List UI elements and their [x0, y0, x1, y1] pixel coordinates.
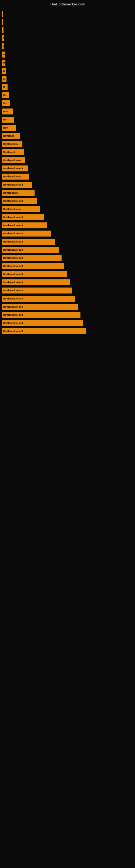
bar-item: Bottleneck result	[2, 312, 81, 318]
bar-item: Bottleneck	[2, 149, 24, 155]
bar-row: Bottleneck re	[2, 140, 135, 148]
bar-row	[2, 18, 135, 26]
bar-row: Bottleneck resu	[2, 205, 135, 213]
bar-item	[2, 19, 3, 25]
bar-row: Bottleneck result	[2, 328, 135, 335]
bar-row: Bottleneck result	[2, 254, 135, 262]
bar-row: Bottleneck result	[2, 303, 135, 311]
site-title: TheBottlenecker.com	[0, 0, 135, 7]
bar-item: Bottleneck result	[2, 198, 37, 204]
bar-item: Bottleneck result	[2, 271, 67, 277]
bar-row: Bottleneck result	[2, 165, 135, 172]
bar-item: Bottleneck re	[2, 141, 22, 147]
bar-row: Bottleneck	[2, 148, 135, 156]
bar-row: E	[2, 34, 135, 42]
bar-row: Bottleneck result	[2, 214, 135, 221]
bar-row: E	[2, 75, 135, 83]
bar-row: Bo	[2, 91, 135, 99]
bar-item: Bottleneck resu	[2, 206, 40, 212]
bar-item: Bottlenec	[2, 133, 20, 139]
bar-row: Bottleneck result	[2, 181, 135, 188]
bar-row: Bottleneck result	[2, 230, 135, 237]
bar-row: E	[2, 67, 135, 74]
bar-row	[2, 10, 135, 18]
bar-row: Bottleneck result	[2, 319, 135, 327]
bar-row: Bottlenec	[2, 132, 135, 140]
bar-item: Bottleneck resu	[2, 157, 25, 163]
bar-item: Bottleneck result	[2, 182, 32, 188]
bar-item: Bottleneck result	[2, 222, 47, 228]
bar-item: Bottleneck result	[2, 239, 55, 245]
bar-row: Bott	[2, 124, 135, 131]
bar-item: Bottleneck resu	[2, 174, 29, 180]
bars-container: EEEBEEBBoBoBottBotBottBottlenecBottlenec…	[0, 7, 135, 338]
bar-row: Bottleneck re	[2, 189, 135, 197]
bar-row: B	[2, 83, 135, 91]
bar-item: Bottleneck result	[2, 287, 72, 293]
bar-item: Bottleneck result	[2, 214, 44, 220]
bar-row: Bottleneck resu	[2, 173, 135, 180]
bar-row: E	[2, 51, 135, 58]
bar-row: Bottleneck result	[2, 262, 135, 270]
bar-row: Bottleneck resu	[2, 156, 135, 164]
bar-row: Bottleneck result	[2, 238, 135, 246]
bar-item: E	[2, 76, 6, 82]
bar-item: Bottleneck result	[2, 255, 61, 261]
bar-item: Bottleneck result	[2, 279, 70, 285]
bar-item: B	[2, 84, 8, 90]
bar-item	[2, 27, 3, 33]
bar-row: Bot	[2, 116, 135, 123]
bar-row: Bottleneck result	[2, 222, 135, 229]
bar-row: Bottleneck result	[2, 287, 135, 294]
bar-item: Bot	[2, 117, 14, 123]
bar-item: Bottleneck result	[2, 304, 78, 310]
bar-row: Bottleneck result	[2, 311, 135, 319]
bar-item: Bottleneck result	[2, 320, 83, 326]
bar-item: Bottleneck result	[2, 230, 51, 237]
bar-row: B	[2, 59, 135, 66]
bar-item: Bottleneck re	[2, 190, 35, 196]
bar-item: Bott	[2, 108, 13, 115]
bar-row: Bottleneck result	[2, 197, 135, 205]
bar-item: Bottleneck result	[2, 296, 75, 302]
bar-item: E	[2, 68, 6, 74]
bar-item: Bott	[2, 125, 16, 131]
bar-item: Bottleneck result	[2, 247, 59, 253]
bar-row: E	[2, 42, 135, 50]
bar-row: Bott	[2, 108, 135, 115]
bar-row: Bottleneck result	[2, 246, 135, 254]
bar-item: Bottleneck result	[2, 328, 86, 334]
bar-item: Bottleneck result	[2, 263, 64, 269]
bar-item: Bottleneck result	[2, 165, 28, 172]
bar-item: Bo	[2, 92, 9, 98]
bar-item: Bo	[2, 100, 10, 106]
bar-row: Bottleneck result	[2, 279, 135, 286]
bar-item: B	[2, 60, 5, 66]
bar-row	[2, 26, 135, 34]
bar-item: E	[2, 35, 4, 41]
bar-row: Bo	[2, 99, 135, 107]
bar-row: Bottleneck result	[2, 295, 135, 303]
bar-item	[2, 11, 3, 17]
bar-item: E	[2, 52, 5, 58]
bar-row: Bottleneck result	[2, 271, 135, 278]
bar-item: E	[2, 43, 4, 50]
